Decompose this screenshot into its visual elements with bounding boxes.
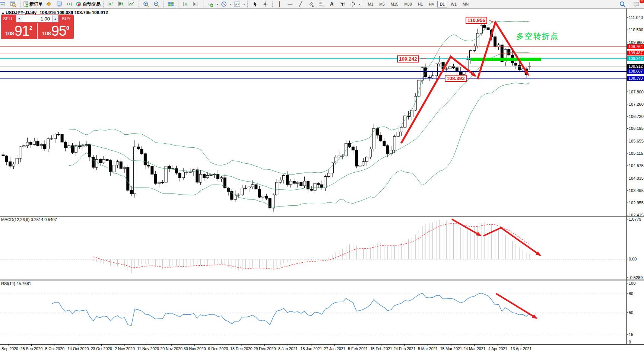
sell-button[interactable]: SELL bbox=[1, 15, 16, 23]
sell-price[interactable]: 108 91 2 bbox=[1, 23, 37, 39]
indicators-add-icon[interactable] bbox=[205, 0, 216, 8]
signals-icon[interactable] bbox=[64, 0, 75, 8]
arrows-dropdown-icon[interactable]: ▼ bbox=[358, 3, 361, 6]
new-chart-icon[interactable] bbox=[0, 0, 8, 8]
auto-scroll-icon[interactable] bbox=[180, 0, 191, 8]
annotation-mid-price[interactable]: 109.242 bbox=[397, 55, 419, 63]
chat-icon[interactable]: 1 bbox=[631, 0, 642, 8]
terminal-icon[interactable] bbox=[54, 0, 64, 8]
crosshair-icon[interactable] bbox=[260, 0, 270, 8]
toolbar-separator bbox=[203, 1, 203, 7]
timeframe-button-m15[interactable]: M15 bbox=[388, 1, 401, 7]
sell-price-pip: 2 bbox=[29, 25, 32, 31]
templates-icon[interactable] bbox=[232, 0, 242, 8]
annotation-low-price[interactable]: 108.393 bbox=[445, 75, 467, 82]
toolbar-separator bbox=[272, 1, 273, 7]
volume-spinner: ▼ 1.00 ▲ bbox=[16, 15, 59, 23]
new-order-button[interactable]: 新订单 bbox=[22, 0, 44, 8]
buy-price[interactable]: 108 95 0 bbox=[38, 23, 74, 39]
mt4-window: 新订单 自动交易 bbox=[0, 0, 644, 352]
timeframe-group: M1M5M15M30H1H4D1W1MN bbox=[364, 0, 472, 8]
horizontal-line-tool-icon[interactable]: — bbox=[285, 0, 295, 8]
channel-tool-icon[interactable]: E bbox=[306, 0, 316, 8]
new-order-label: 新订单 bbox=[29, 1, 43, 7]
toolbar-separator bbox=[20, 1, 20, 7]
bar-chart-icon[interactable] bbox=[105, 0, 116, 8]
svg-text:E: E bbox=[312, 4, 314, 7]
sell-price-big: 91 bbox=[15, 23, 29, 38]
timeframe-button-m5[interactable]: M5 bbox=[377, 1, 387, 7]
data-window-icon[interactable] bbox=[8, 0, 18, 8]
sell-price-handle: 108 bbox=[5, 31, 14, 36]
annotation-high-price[interactable]: 110.956 bbox=[466, 17, 487, 24]
timeframe-button-m1[interactable]: M1 bbox=[365, 1, 376, 7]
fibonacci-tool-icon[interactable]: F bbox=[316, 0, 327, 8]
svg-text:F: F bbox=[323, 4, 324, 7]
buy-button[interactable]: BUY bbox=[59, 15, 74, 23]
macd-legend: MACD(12,26,9) 0.2514 0.5407 bbox=[1, 217, 57, 222]
timeframe-button-h1[interactable]: H1 bbox=[415, 1, 425, 7]
trendline-tool-icon[interactable]: ╱ bbox=[295, 0, 306, 8]
toolbar-separator bbox=[103, 1, 104, 7]
toolbar-separator bbox=[247, 1, 248, 7]
periods-dropdown-icon[interactable]: ▼ bbox=[229, 3, 232, 6]
label-tool-icon[interactable]: T bbox=[337, 0, 348, 8]
search-icon[interactable] bbox=[617, 0, 628, 8]
volume-increase-button[interactable]: ▲ bbox=[52, 15, 58, 22]
cursor-icon[interactable] bbox=[250, 0, 260, 8]
toolbar-separator bbox=[164, 1, 164, 7]
vertical-line-tool-icon[interactable]: │ bbox=[275, 0, 285, 8]
toolbar: 新订单 自动交易 bbox=[0, 0, 644, 9]
zoom-in-icon[interactable] bbox=[141, 0, 151, 8]
timeframe-button-h4[interactable]: H4 bbox=[426, 1, 436, 7]
chat-badge: 1 bbox=[640, 0, 644, 3]
candlestick-chart-icon[interactable] bbox=[116, 0, 126, 8]
toolbar-separator bbox=[178, 1, 178, 7]
text-tool-icon[interactable]: A bbox=[327, 0, 337, 8]
chart-plot[interactable] bbox=[0, 0, 644, 352]
toolbar-separator bbox=[363, 1, 363, 7]
timeframe-button-w1[interactable]: W1 bbox=[448, 1, 459, 7]
timeframe-button-m30[interactable]: M30 bbox=[402, 1, 414, 7]
autotrading-label: 自动交易 bbox=[83, 1, 101, 7]
toolbar-separator bbox=[139, 1, 139, 7]
collapse-triangle-icon: ▲ bbox=[1, 11, 4, 15]
zoom-out-icon[interactable] bbox=[151, 0, 162, 8]
tile-windows-icon[interactable] bbox=[166, 0, 176, 8]
svg-text:T: T bbox=[341, 3, 343, 6]
annotation-turning-point-note[interactable]: 多空转折点 bbox=[516, 31, 559, 41]
timeframe-button-mn[interactable]: MN bbox=[460, 1, 471, 7]
buy-price-big: 95 bbox=[51, 23, 66, 38]
autotrading-button[interactable]: 自动交易 bbox=[75, 0, 101, 8]
buy-price-handle: 108 bbox=[42, 31, 51, 36]
rsi-legend: RSI(14) 45.7681 bbox=[1, 281, 31, 286]
one-click-trading-panel: SELL ▼ 1.00 ▲ BUY 108 91 2 108 95 0 bbox=[1, 15, 74, 39]
indicators-dropdown-icon[interactable]: ▼ bbox=[216, 3, 219, 6]
volume-decrease-button[interactable]: ▼ bbox=[16, 15, 22, 22]
volume-value[interactable]: 1.00 bbox=[22, 15, 52, 22]
metaeditor-icon[interactable] bbox=[44, 0, 54, 8]
arrows-tool-icon[interactable] bbox=[348, 0, 358, 8]
line-chart-icon[interactable] bbox=[126, 0, 137, 8]
timeframe-button-d1[interactable]: D1 bbox=[437, 1, 447, 7]
templates-dropdown-icon[interactable]: ▼ bbox=[243, 3, 245, 6]
chart-shift-icon[interactable] bbox=[191, 0, 201, 8]
buy-price-pip: 0 bbox=[66, 25, 69, 31]
periods-clock-icon[interactable] bbox=[219, 0, 229, 8]
